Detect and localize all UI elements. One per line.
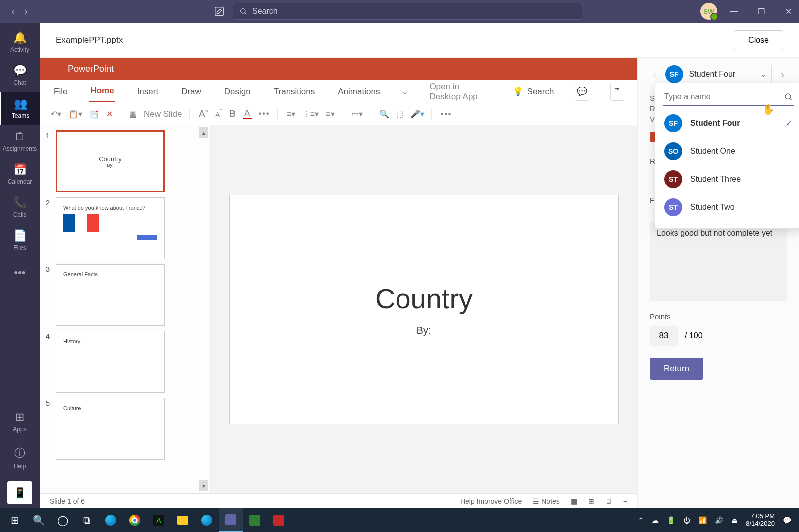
paste-button[interactable]: 📋▾ xyxy=(68,109,82,119)
maximize-button[interactable]: ❐ xyxy=(756,7,766,16)
decrease-font-button[interactable]: Aˇ xyxy=(215,108,222,119)
font-more-button[interactable]: ••• xyxy=(259,109,270,118)
new-slide-button[interactable]: New Slide xyxy=(144,109,182,119)
thumb-slide-1[interactable]: 1 CountryBy: xyxy=(43,130,201,192)
mobile-companion-button[interactable]: 📱 xyxy=(7,481,32,504)
dictate-button[interactable]: 🎤▾ xyxy=(410,109,424,119)
prev-student-button[interactable]: ‹ xyxy=(650,66,659,83)
align-button[interactable]: ≡▾ xyxy=(326,109,334,119)
tray-expand-icon[interactable]: ⌃ xyxy=(638,516,644,524)
taskbar-file-explorer[interactable] xyxy=(171,508,195,532)
rail-chat[interactable]: 💬Chat xyxy=(0,59,40,92)
open-in-desktop-button[interactable]: Open in Desktop App xyxy=(429,82,491,102)
rail-calls[interactable]: 📞Calls xyxy=(0,191,40,224)
search-icon[interactable] xyxy=(784,92,793,101)
find-button[interactable]: 🔍 xyxy=(379,109,389,119)
cortana-icon[interactable]: ◯ xyxy=(51,508,75,532)
present-button[interactable]: 🖥 xyxy=(610,83,624,101)
bullets-button[interactable]: ≡▾ xyxy=(287,109,295,119)
rail-help[interactable]: ⓘHelp xyxy=(0,441,40,474)
student-dropdown-toggle[interactable]: ⌄ xyxy=(755,65,772,84)
ribbon-more-icon[interactable]: ⌄ xyxy=(401,86,408,97)
tray-clock[interactable]: 7:05 PM 8/14/2020 xyxy=(746,513,775,528)
student-search-input[interactable] xyxy=(664,92,784,101)
tray-battery-icon[interactable]: 🔋 xyxy=(667,516,675,524)
slide-thumbnails[interactable]: ▲ 1 CountryBy: 2 What do you know about … xyxy=(40,125,211,493)
dd-student-one[interactable]: SO Student One xyxy=(655,137,799,165)
designer-button[interactable]: ⬚ xyxy=(396,109,403,119)
increase-font-button[interactable]: A^ xyxy=(199,108,208,120)
dd-student-four[interactable]: SF Student Four ✓ xyxy=(655,109,799,137)
bold-button[interactable]: B xyxy=(229,109,236,119)
rail-activity[interactable]: 🔔Activity xyxy=(0,26,40,59)
rail-calendar[interactable]: 📅Calendar xyxy=(0,158,40,191)
close-button[interactable]: Close xyxy=(734,30,783,50)
undo-button[interactable]: ↶▾ xyxy=(51,109,61,119)
current-student-name: Student Four xyxy=(689,70,736,79)
numbering-button[interactable]: ⋮≡▾ xyxy=(302,109,319,119)
start-button[interactable]: ⊞ xyxy=(3,508,27,532)
taskbar-search-icon[interactable]: 🔍 xyxy=(27,508,51,532)
tray-notifications-icon[interactable]: 💬 xyxy=(783,516,791,524)
tray-wifi-icon[interactable]: 📶 xyxy=(698,516,707,524)
taskbar-app-a[interactable]: A xyxy=(147,508,171,532)
tell-me-search[interactable]: 💡 Search xyxy=(513,86,554,97)
tab-design[interactable]: Design xyxy=(223,82,252,102)
profile-avatar[interactable]: SW xyxy=(700,3,717,20)
font-color-button[interactable]: A xyxy=(243,108,252,119)
current-slide[interactable]: Country By: xyxy=(229,195,619,424)
tray-power-icon[interactable]: ⏻ xyxy=(683,516,690,524)
tray-onedrive-icon[interactable]: ☁ xyxy=(652,516,659,524)
comments-button[interactable]: 💬 xyxy=(575,83,589,101)
next-student-button[interactable]: › xyxy=(778,66,787,83)
shapes-button[interactable]: ▭▾ xyxy=(351,109,363,119)
tray-volume-icon[interactable]: 🔊 xyxy=(715,516,723,524)
return-button[interactable]: Return xyxy=(650,358,703,380)
rail-files[interactable]: 📄Files xyxy=(0,224,40,257)
dd-student-three[interactable]: ST Student Three xyxy=(655,165,799,193)
thumb-slide-4[interactable]: 4 History xyxy=(43,331,201,393)
forward-button[interactable]: › xyxy=(25,6,28,17)
tab-draw[interactable]: Draw xyxy=(180,82,202,102)
help-improve-link[interactable]: Help Improve Office xyxy=(460,497,522,505)
tab-insert[interactable]: Insert xyxy=(136,82,160,102)
rail-assignments[interactable]: 🗒Assignments xyxy=(0,125,40,158)
taskbar-teams[interactable] xyxy=(219,508,243,532)
notes-toggle[interactable]: ☰ Notes xyxy=(533,497,559,505)
thumb-slide-5[interactable]: 5 Culture xyxy=(43,398,201,460)
tab-home[interactable]: Home xyxy=(89,81,115,102)
feedback-textarea[interactable] xyxy=(650,222,787,301)
rail-teams[interactable]: 👥Teams xyxy=(0,92,40,125)
tab-transitions[interactable]: Transitions xyxy=(273,82,316,102)
close-window-button[interactable]: ✕ xyxy=(783,7,793,16)
slide-canvas[interactable]: Country By: xyxy=(211,125,637,493)
dd-student-two[interactable]: ST Student Two xyxy=(655,193,799,221)
thumb-scroll-down[interactable]: ▼ xyxy=(199,480,208,491)
back-button[interactable]: ‹ xyxy=(12,6,15,17)
zoom-out-icon[interactable]: − xyxy=(623,497,627,505)
delete-button[interactable]: ✕ xyxy=(106,109,113,119)
toolbar-overflow[interactable]: ••• xyxy=(441,110,452,119)
copy-button[interactable]: 📑 xyxy=(89,109,99,119)
tab-animations[interactable]: Animations xyxy=(337,82,381,102)
rail-apps[interactable]: ⊞Apps xyxy=(0,405,40,438)
taskbar-snagit[interactable] xyxy=(267,508,291,532)
compose-icon[interactable] xyxy=(214,6,225,17)
view-normal-icon[interactable]: ▦ xyxy=(571,497,577,505)
thumb-scroll-up[interactable]: ▲ xyxy=(199,127,208,138)
tray-usb-icon[interactable]: ⏏ xyxy=(731,516,738,524)
view-slideshow-icon[interactable]: 🖥 xyxy=(605,497,612,505)
taskbar-edge[interactable] xyxy=(99,508,123,532)
task-view-icon[interactable]: ⧉ xyxy=(75,508,99,532)
minimize-button[interactable]: ― xyxy=(729,7,739,16)
rail-more[interactable]: ••• xyxy=(0,257,40,289)
points-input[interactable] xyxy=(650,326,678,346)
thumb-slide-2[interactable]: 2 What do you know about France? xyxy=(43,197,201,259)
thumb-slide-3[interactable]: 3 General Facts xyxy=(43,264,201,326)
tab-file[interactable]: File xyxy=(53,82,68,102)
taskbar-edge2[interactable] xyxy=(195,508,219,532)
taskbar-chrome[interactable] xyxy=(123,508,147,532)
taskbar-camtasia[interactable] xyxy=(243,508,267,532)
global-search-input[interactable]: Search xyxy=(233,3,582,20)
view-sorter-icon[interactable]: ⊞ xyxy=(588,497,594,505)
